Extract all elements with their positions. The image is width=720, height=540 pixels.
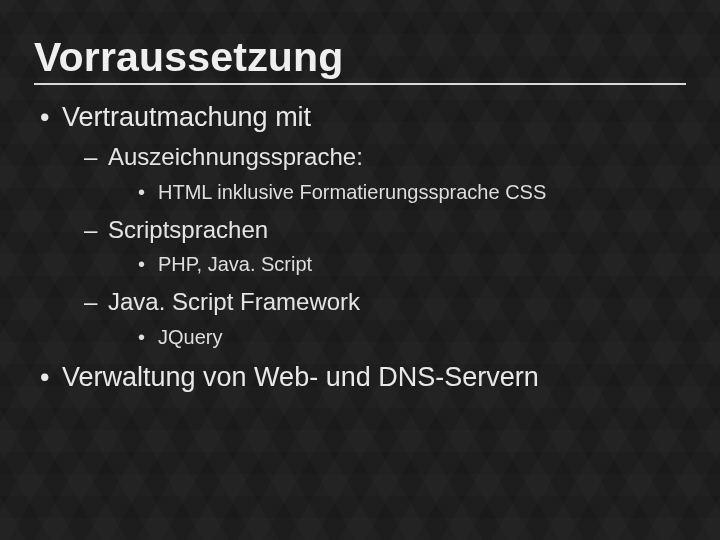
bullet-list: JQuery (132, 324, 686, 351)
title-underline (34, 83, 686, 85)
list-item: Java. Script Framework JQuery (80, 286, 686, 350)
list-item-label: Vertrautmachung mit (62, 102, 311, 132)
list-item: Vertrautmachung mit Auszeichnungssprache… (34, 99, 686, 351)
list-item: JQuery (132, 324, 686, 351)
list-item: PHP, Java. Script (132, 251, 686, 278)
bullet-list: HTML inklusive Formatierungssprache CSS (132, 179, 686, 206)
bullet-list: Auszeichnungssprache: HTML inklusive For… (80, 141, 686, 350)
list-item-label: Verwaltung von Web- und DNS-Servern (62, 362, 539, 392)
list-item-label: PHP, Java. Script (158, 253, 312, 275)
list-item-label: Scriptsprachen (108, 216, 268, 243)
list-item-label: Auszeichnungssprache: (108, 143, 363, 170)
list-item: Auszeichnungssprache: HTML inklusive For… (80, 141, 686, 205)
bullet-list: Vertrautmachung mit Auszeichnungssprache… (34, 99, 686, 395)
list-item: HTML inklusive Formatierungssprache CSS (132, 179, 686, 206)
slide: Vorraussetzung Vertrautmachung mit Ausze… (0, 0, 720, 540)
list-item-label: HTML inklusive Formatierungssprache CSS (158, 181, 546, 203)
slide-title: Vorraussetzung (34, 34, 686, 81)
list-item: Scriptsprachen PHP, Java. Script (80, 214, 686, 278)
bullet-list: PHP, Java. Script (132, 251, 686, 278)
list-item-label: Java. Script Framework (108, 288, 360, 315)
list-item: Verwaltung von Web- und DNS-Servern (34, 359, 686, 395)
list-item-label: JQuery (158, 326, 222, 348)
